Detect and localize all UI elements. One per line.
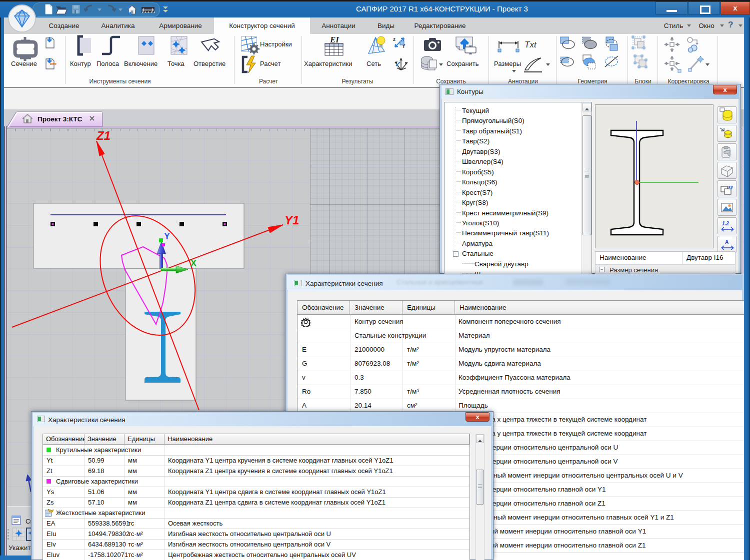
svg-text:Проект 3:КТС: Проект 3:КТС [38, 115, 82, 123]
svg-text:1.2: 1.2 [722, 221, 729, 226]
svg-text:Y: Y [164, 231, 170, 241]
svg-text:Z1: Z1 [96, 129, 110, 142]
svg-text:X: X [190, 258, 196, 268]
svg-text:xy: xy [728, 184, 733, 189]
svg-text:z: z [393, 36, 396, 42]
svg-text:EI: EI [330, 35, 340, 44]
svg-text:Y1: Y1 [284, 213, 299, 227]
svg-text:DWF: DWF [50, 62, 57, 65]
svg-text:A: A [725, 239, 728, 245]
